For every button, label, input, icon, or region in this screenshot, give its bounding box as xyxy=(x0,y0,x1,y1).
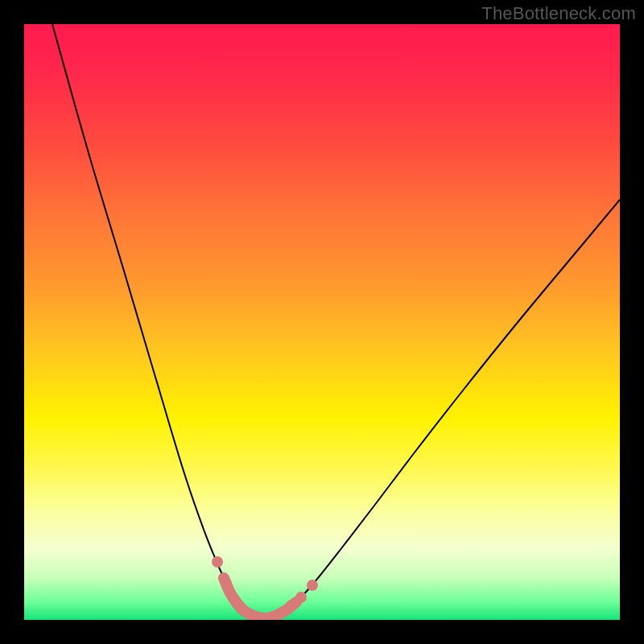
optimal-range-dot xyxy=(212,556,223,568)
chart-frame: TheBottleneck.com xyxy=(0,0,644,644)
optimal-range-dot xyxy=(286,600,297,611)
optimal-range-dot xyxy=(307,580,318,591)
curve-layer xyxy=(24,24,620,620)
optimal-range-dots-right xyxy=(286,580,318,611)
optimal-range-line xyxy=(224,578,296,618)
plot-area xyxy=(24,24,620,620)
optimal-range-dot xyxy=(221,578,232,589)
watermark-text: TheBottleneck.com xyxy=(481,3,636,24)
bottleneck-curve xyxy=(52,24,620,619)
optimal-range-dot xyxy=(295,592,307,603)
